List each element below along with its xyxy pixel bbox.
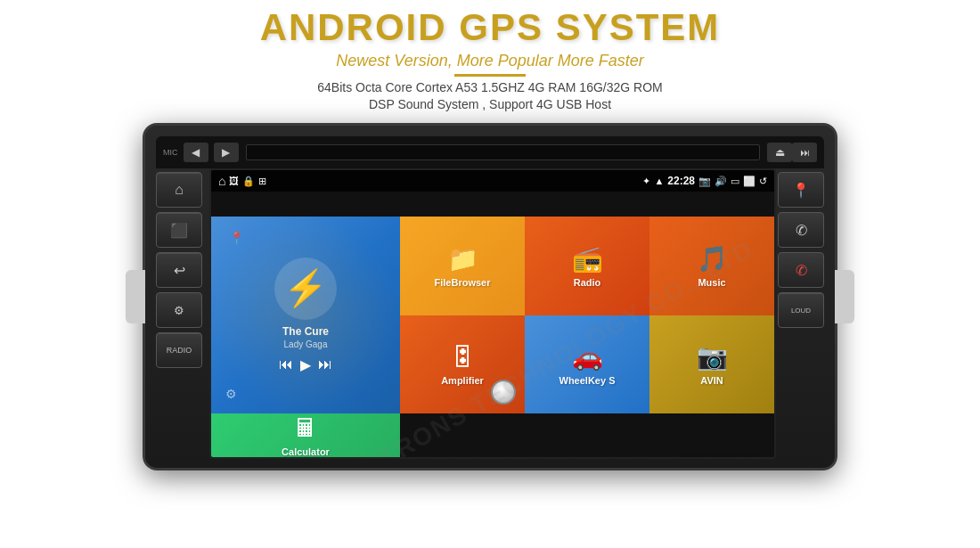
eject-button[interactable]: ⏏ (767, 143, 792, 162)
prev-button[interactable]: ◀ (184, 143, 208, 162)
signal-icon: ▲ (654, 176, 664, 186)
status-right: ✦ ▲ 22:28 📷 🔊 ▭ ⬜ ↺ (642, 175, 767, 187)
music-icon: 🎵 (697, 244, 728, 274)
subtitle: Newest Version, More Popular More Faster (0, 52, 980, 70)
divider (454, 74, 526, 77)
right-panel: 📍 ✆ ✆ LOUD (778, 172, 824, 328)
filebrowser-icon: 📁 (447, 244, 478, 274)
next-button[interactable]: ▶ (214, 143, 239, 162)
cd-slot (246, 144, 761, 160)
amplifier-icon: 🎛 (450, 342, 475, 372)
radio-tile[interactable]: 📻 Radio (525, 217, 649, 315)
amplifier-tile[interactable]: 🎛 Amplifier (400, 315, 525, 414)
calculator-label: Calculator (282, 446, 330, 457)
mount-tab-left (126, 270, 145, 323)
calculator-tile[interactable]: 🖩 Calculator (211, 413, 400, 457)
loud-label: LOUD (791, 307, 811, 315)
radio-label: RADIO (167, 346, 192, 355)
back-icon: ↺ (759, 176, 767, 187)
music-label: Music (698, 277, 725, 288)
apps-icon: ⊞ (258, 176, 266, 187)
play-button[interactable]: ▶ (300, 356, 311, 373)
left-panel: ⌂ ⬛ ↩ ⚙ RADIO (156, 172, 202, 368)
android-home-icon[interactable]: ⌂ (218, 174, 225, 188)
camera-status-icon: 📷 (698, 176, 711, 187)
tuner-button[interactable]: ⚙ (156, 292, 202, 328)
phone2-button[interactable]: ✆ (778, 252, 824, 288)
lock-icon: 🔒 (242, 176, 255, 187)
prev-track-button[interactable]: ⏮ (279, 356, 293, 372)
minimize-icon: ▭ (731, 176, 739, 187)
wheelkey-icon: 🚗 (572, 342, 603, 372)
avin-label: AVIN (700, 375, 723, 386)
music-player-tile[interactable]: 📍 ⚡ The Cure Lady Gaga ⏮ ▶ ⏭ ⚙ (211, 217, 400, 413)
volume-icon: 🔊 (715, 176, 727, 187)
gallery-icon: 🖼 (229, 176, 239, 186)
wheelkey-label: WheelKey S (559, 375, 616, 386)
home-button[interactable]: ⌂ (156, 172, 202, 208)
artist-name: Lady Gaga (284, 339, 328, 349)
bt-status-icon: ✦ (642, 176, 650, 187)
filebrowser-tile[interactable]: 📁 FileBrowser (400, 217, 525, 315)
avin-tile[interactable]: 📷 AVIN (649, 315, 774, 414)
page-header: ANDROID GPS SYSTEM Newest Version, More … (0, 0, 980, 116)
radio-app-icon: 📻 (572, 244, 603, 274)
track-name: The Cure (282, 325, 329, 338)
mount-tab-right (835, 270, 854, 323)
music-tile[interactable]: 🎵 Music (649, 217, 774, 315)
next-track-button[interactable]: ⏭ (318, 356, 332, 372)
app-grid: 📍 ⚡ The Cure Lady Gaga ⏮ ▶ ⏭ ⚙ 📁 FileBro… (211, 217, 774, 457)
filebrowser-label: FileBrowser (435, 277, 491, 288)
fullscreen-icon: ⬜ (743, 176, 755, 187)
status-bar: ⌂ 🖼 🔒 ⊞ ✦ ▲ 22:28 📷 🔊 ▭ ⬜ ↺ (211, 170, 774, 192)
phone1-button[interactable]: ✆ (778, 212, 824, 248)
status-left: ⌂ 🖼 🔒 ⊞ (218, 174, 266, 188)
nav-button[interactable]: 📍 (778, 172, 824, 208)
radio-button[interactable]: RADIO (156, 332, 202, 368)
radio-tile-label: Radio (574, 277, 601, 288)
playback-controls: ⏮ ▶ ⏭ (279, 356, 332, 373)
equalizer-icon: ⚙ (225, 387, 237, 401)
device-wrapper: MIC ◀ ▶ ⏏ ⏭ ⌂ ⬛ ↩ ⚙ RADIO 📍 ✆ ✆ LOUD (0, 123, 980, 470)
mic-label: MIC (163, 148, 178, 157)
specs-line1: 64Bits Octa Core Cortex A53 1.5GHZ 4G RA… (0, 80, 980, 94)
amplifier-label: Amplifier (441, 375, 484, 386)
skip-button[interactable]: ⏭ (792, 143, 817, 162)
amplifier-knob[interactable] (491, 380, 516, 405)
loud-button[interactable]: LOUD (778, 292, 824, 328)
wheelkey-tile[interactable]: 🚗 WheelKey S (525, 315, 649, 414)
location-pin-icon: 📍 (229, 231, 244, 245)
top-bar-left: MIC ◀ ▶ (163, 143, 239, 162)
top-bar: MIC ◀ ▶ ⏏ ⏭ (156, 136, 824, 168)
specs-line2: DSP Sound System , Support 4G USB Host (0, 97, 980, 111)
screen: XTRONS TECHNOLOGY CO., LTD ⌂ 🖼 🔒 ⊞ ✦ ▲ 2… (209, 168, 776, 459)
calculator-icon: 🖩 (293, 413, 318, 443)
time-display: 22:28 (667, 175, 695, 187)
return-button[interactable]: ↩ (156, 252, 202, 288)
avin-icon: 📷 (697, 342, 728, 372)
main-title: ANDROID GPS SYSTEM (0, 7, 980, 48)
bluetooth-icon: ⚡ (274, 258, 337, 320)
head-unit: MIC ◀ ▶ ⏏ ⏭ ⌂ ⬛ ↩ ⚙ RADIO 📍 ✆ ✆ LOUD (143, 123, 837, 470)
back-nav-button[interactable]: ⬛ (156, 212, 202, 248)
